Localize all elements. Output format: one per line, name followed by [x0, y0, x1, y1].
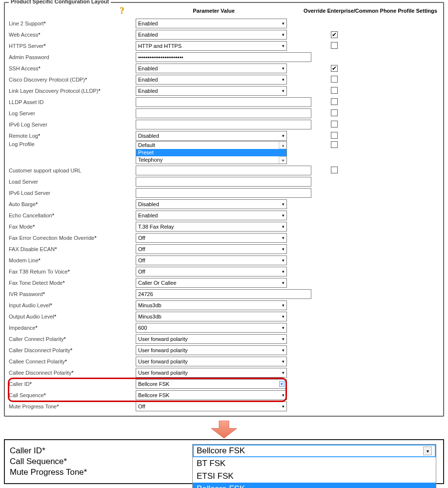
select-input[interactable]: Off▾ [136, 233, 287, 243]
select-input[interactable]: Enabled▾ [136, 86, 287, 96]
override-checkbox[interactable]: ✔ [331, 65, 338, 72]
listbox-item[interactable]: Preset [136, 149, 286, 156]
param-label: Fax Mode* [9, 224, 136, 230]
chevron-down-icon: ▾ [282, 325, 285, 330]
listbox-item[interactable]: Default [136, 142, 286, 149]
param-label: Customer support upload URL [9, 168, 136, 173]
dropdown-option[interactable]: Bellcore FSK [193, 483, 436, 488]
config-row: Log Server [9, 107, 439, 119]
override-checkbox[interactable] [331, 42, 338, 49]
select-value: Enabled [138, 212, 158, 218]
override-checkbox[interactable] [331, 87, 338, 94]
param-label: IPv6 Log Server [9, 122, 136, 127]
chevron-down-icon: ▾ [282, 393, 285, 398]
help-icon[interactable]: ? [118, 6, 126, 16]
dropdown-option[interactable]: ETSI FSK [193, 470, 436, 483]
chevron-down-icon: ▾ [282, 370, 285, 375]
select-input[interactable]: Off▾ [136, 255, 287, 265]
select-input[interactable]: HTTP and HTTPS▾ [136, 41, 287, 51]
dropdown-selected-text: Bellcore FSK [197, 446, 245, 456]
select-input[interactable]: Enabled▾ [136, 64, 287, 73]
select-input[interactable]: Off▾ [136, 244, 287, 254]
listbox-item[interactable]: Telephony [136, 156, 286, 164]
select-value: Enabled [138, 77, 158, 83]
param-label: Caller ID* [9, 381, 136, 387]
chevron-down-icon: ▾ [282, 303, 285, 308]
override-checkbox[interactable] [331, 76, 338, 83]
param-label: Link Layer Discovery Protocol (LLDP)* [9, 88, 136, 94]
config-row: Fax T38 Return To Voice*Off▾ [9, 266, 439, 277]
select-input[interactable]: Off▾ [136, 267, 287, 276]
param-label: IVR Password* [9, 291, 136, 297]
select-input[interactable]: T.38 Fax Relay▾ [136, 222, 287, 232]
chevron-down-icon[interactable]: ▾ [423, 446, 432, 455]
select-input[interactable]: Disabled▾ [136, 131, 287, 141]
override-checkbox[interactable] [331, 98, 338, 105]
select-input[interactable]: 600▾ [136, 323, 287, 333]
text-input[interactable]: 24726 [136, 289, 311, 299]
password-input[interactable]: •••••••••••••••••••••••• [136, 52, 311, 62]
chevron-down-icon: ▾ [282, 280, 285, 285]
override-checkbox[interactable] [331, 109, 338, 116]
chevron-down-icon: ▾ [282, 32, 285, 37]
param-label: Auto Barge* [9, 201, 136, 207]
dropdown-option[interactable]: BT FSK [193, 457, 436, 470]
config-row: Fax Error Correction Mode Override*Off▾ [9, 232, 439, 243]
config-row: IPv6 Load Server [9, 187, 439, 198]
text-input[interactable] [136, 188, 311, 198]
select-value: Off [138, 403, 145, 409]
select-input[interactable]: Enabled▾ [136, 211, 287, 220]
dropdown-selected[interactable]: Bellcore FSK ▾ [193, 445, 436, 457]
chevron-down-icon: ▾ [282, 314, 285, 319]
override-checkbox[interactable] [331, 132, 338, 139]
select-input[interactable]: User forward polarity▾ [136, 357, 287, 366]
chevron-down-icon: ▾ [282, 348, 285, 353]
select-input[interactable]: User forward polarity▾ [136, 368, 287, 378]
header-override: Override Enterprise/Common Phone Profile… [302, 8, 439, 14]
chevron-down-icon: ▾ [282, 66, 285, 71]
select-value: User forward polarity [138, 347, 187, 353]
scroll-up-icon[interactable]: ▴ [279, 142, 286, 149]
chevron-down-icon: ▾ [282, 247, 285, 252]
text-input[interactable] [136, 97, 311, 107]
select-input[interactable]: Disabled▾ [136, 199, 287, 209]
select-value: Off [138, 269, 145, 275]
text-input[interactable] [136, 108, 311, 118]
param-label: Callee Connect Polarity* [9, 359, 136, 364]
text-input[interactable] [136, 177, 311, 187]
override-checkbox[interactable] [331, 167, 338, 173]
select-input[interactable]: Enabled▾ [136, 19, 287, 28]
select-input[interactable]: Caller Or Callee▾ [136, 278, 287, 288]
override-checkbox[interactable] [331, 121, 338, 127]
select-input[interactable]: Bellcore FSK▾ [136, 379, 287, 389]
text-input[interactable] [136, 166, 311, 175]
override-checkbox[interactable] [331, 141, 338, 148]
select-input[interactable]: User forward polarity▾ [136, 345, 287, 355]
chevron-down-icon: ▾ [282, 202, 285, 207]
param-label: Load Server [9, 179, 136, 185]
override-checkbox[interactable]: ✔ [331, 31, 338, 38]
config-row: Line 2 Support*Enabled▾ [9, 18, 439, 29]
select-input[interactable]: Bellcore FSK▾ [136, 390, 287, 400]
param-label: Fax T38 Return To Voice* [9, 269, 136, 275]
listbox-input[interactable]: DefaultPresetTelephony▴▾ [136, 141, 287, 164]
param-label: Line 2 Support* [9, 21, 136, 26]
text-input[interactable] [136, 120, 311, 129]
select-input[interactable]: Minus3db▾ [136, 312, 287, 321]
header-param-value: Parameter Value [126, 8, 302, 14]
select-input[interactable]: Enabled▾ [136, 75, 287, 85]
config-row: Call Sequence*Bellcore FSK▾ [9, 389, 439, 401]
select-input[interactable]: Enabled▾ [136, 30, 287, 40]
select-value: Bellcore FSK [138, 392, 169, 398]
select-input[interactable]: User forward polarity▾ [136, 334, 287, 344]
config-row: IPv6 Log Server [9, 119, 439, 130]
param-label: Remote Log* [9, 133, 136, 139]
config-row: HTTPS Server*HTTP and HTTPS▾ [9, 40, 439, 51]
select-value: Minus3db [138, 314, 162, 319]
select-input[interactable]: Off▾ [136, 402, 287, 411]
select-value: HTTP and HTTPS [138, 43, 182, 49]
scroll-down-icon[interactable]: ▾ [279, 156, 286, 164]
caller-id-dropdown-open[interactable]: Bellcore FSK ▾ BT FSKETSI FSKBellcore FS… [192, 444, 436, 488]
select-input[interactable]: Minus3db▾ [136, 300, 287, 310]
select-value: Off [138, 235, 145, 241]
